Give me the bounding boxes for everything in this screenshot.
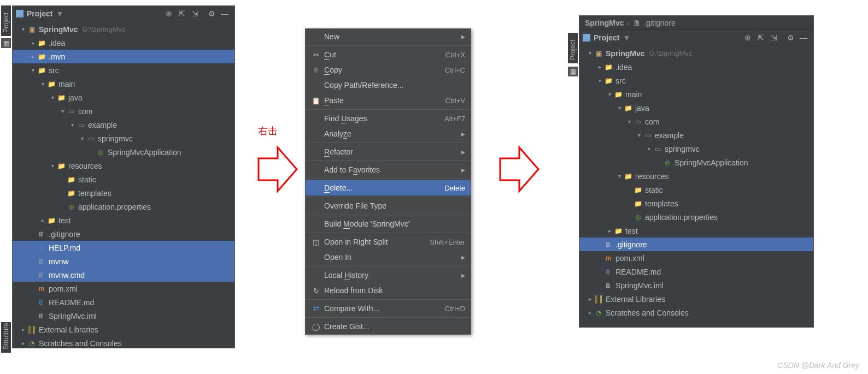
tree-pom[interactable]: mpom.xml (13, 282, 234, 295)
resources-folder-icon: 📁 (56, 162, 66, 170)
tree-com[interactable]: ▾▭com (13, 104, 234, 118)
tree-iml[interactable]: 🗎SpringMvc.iml (579, 278, 813, 292)
menu-delete[interactable]: Delete...Delete (306, 180, 471, 195)
tree-scratches[interactable]: ▸◔Scratches and Consoles (579, 306, 813, 319)
menu-compare[interactable]: ⇄Compare With...Ctrl+D (306, 301, 471, 316)
expand-all-icon[interactable]: ⇱ (755, 32, 767, 44)
gear-icon[interactable]: ⚙ (784, 32, 796, 44)
tree-static[interactable]: 📁static (579, 183, 813, 197)
tree-readme[interactable]: 🗎README.md (13, 295, 234, 309)
project-view-icon (16, 10, 24, 17)
menu-rightsplit[interactable]: ◫Open in Right SplitShift+Enter (306, 234, 471, 250)
package-icon: ▭ (66, 107, 76, 116)
locate-icon[interactable]: ⊕ (163, 8, 175, 20)
properties-icon: ◎ (66, 203, 76, 211)
sidebar-tab-structure[interactable]: Structure (1, 322, 11, 353)
menu-openin[interactable]: Open In▸ (306, 250, 471, 265)
menu-separator (306, 266, 471, 266)
sidebar-icon[interactable]: ▦ (568, 67, 578, 76)
tree-extlib[interactable]: ▸║║External Libraries (579, 292, 813, 306)
breadcrumb-root[interactable]: SpringMvc (585, 19, 624, 27)
panel-title: Project (27, 9, 52, 18)
collapse-all-icon[interactable]: ⇲ (189, 8, 201, 20)
tree-app-class[interactable]: ◎SpringMvcApplication (579, 156, 813, 169)
breadcrumb-file[interactable]: .gitignore (644, 19, 676, 27)
tree-src[interactable]: ▾📁src (13, 63, 234, 77)
tree-gitignore[interactable]: 🗎.gitignore (13, 227, 234, 241)
tree-springmvc[interactable]: ▾▭springmvc (13, 132, 234, 145)
tree-resources[interactable]: ▾📁resources (13, 159, 234, 173)
tree-gitignore[interactable]: 🗎.gitignore (579, 238, 813, 251)
tree-java[interactable]: ▾📁java (13, 91, 234, 104)
tree-mvnwcmd[interactable]: 🗎mvnw.cmd (13, 268, 234, 282)
resources-folder-icon: 📁 (623, 172, 633, 181)
tree-static[interactable]: 📁static (13, 173, 234, 186)
dropdown-icon[interactable]: ▼ (623, 33, 630, 42)
dropdown-icon[interactable]: ▼ (56, 9, 63, 18)
tree-root[interactable]: ▾▣SpringMvcG:\SpringMvc (579, 46, 813, 60)
tree-appprops[interactable]: ◎application.properties (579, 210, 813, 224)
folder-icon: 📁 (603, 76, 613, 85)
menu-analyze[interactable]: Analyze▸ (306, 126, 471, 141)
menu-copy[interactable]: ⎘CopyCtrl+C (306, 62, 471, 78)
sidebar-icon[interactable]: ▦ (1, 38, 11, 48)
tree-help[interactable]: 🗎HELP.md (13, 241, 234, 254)
tree-main[interactable]: ▾📁main (579, 87, 813, 101)
tree-appprops[interactable]: ◎application.properties (13, 200, 234, 213)
tree-pom[interactable]: mpom.xml (579, 251, 813, 265)
expand-all-icon[interactable]: ⇱ (176, 8, 188, 20)
menu-favorites[interactable]: Add to Favorites▸ (306, 162, 471, 177)
folder-icon: 📁 (37, 66, 46, 75)
tree-root[interactable]: ▾▣SpringMvcG:\SpringMvc (13, 22, 234, 36)
tree-templates[interactable]: 📁templates (13, 186, 234, 200)
gitignore-icon: 🗎 (603, 240, 613, 249)
tree-iml[interactable]: 🗎SpringMvc.iml (13, 309, 234, 323)
menu-localhistory[interactable]: Local History▸ (306, 268, 471, 283)
package-icon: ▭ (653, 145, 662, 153)
hide-icon[interactable]: — (797, 32, 810, 44)
tree-example[interactable]: ▾▭example (579, 128, 813, 142)
tree-mvn[interactable]: ▸📁.mvn (13, 50, 234, 63)
tree-readme[interactable]: 🗎README.md (579, 265, 813, 278)
menu-reload[interactable]: ↻Reload from Disk (306, 283, 471, 298)
markdown-icon: 🗎 (37, 298, 46, 307)
tree-test[interactable]: ▸📁test (579, 224, 813, 238)
sidebar-tab-project-2[interactable]: Project (568, 33, 578, 63)
tree-main[interactable]: ▾📁main (13, 77, 234, 91)
menu-gist[interactable]: ◯Create Gist... (306, 319, 471, 334)
tree-src[interactable]: ▾📁src (579, 74, 813, 87)
tree-java[interactable]: ▾📁java (579, 101, 813, 115)
tree-scratches[interactable]: ▸◔Scratches and Consoles (13, 336, 234, 350)
sidebar-tab-project[interactable]: Project (1, 5, 11, 36)
submenu-icon: ▸ (461, 165, 465, 174)
menu-paste[interactable]: 📋PasteCtrl+V (306, 93, 471, 108)
tree-com[interactable]: ▾▭com (579, 115, 813, 128)
gitignore-icon: 🗎 (633, 19, 641, 27)
collapse-all-icon[interactable]: ⇲ (768, 32, 780, 44)
tree-test[interactable]: ▸📁test (13, 213, 234, 227)
tree-extlib[interactable]: ▸║║External Libraries (13, 323, 234, 336)
gear-icon[interactable]: ⚙ (206, 8, 218, 20)
folder-icon: 📁 (37, 52, 46, 61)
tree-idea[interactable]: ▸📁.idea (13, 36, 234, 50)
menu-separator (306, 109, 471, 110)
tree-resources[interactable]: ▾📁resources (579, 169, 813, 183)
menu-new[interactable]: New▸ (306, 29, 471, 44)
tree-mvnw[interactable]: 🗎mvnw (13, 254, 234, 268)
menu-findusages[interactable]: Find UsagesAlt+F7 (306, 111, 471, 126)
menu-build[interactable]: Build Module 'SpringMvc' (306, 216, 471, 231)
tree-idea[interactable]: ▸📁.idea (579, 60, 813, 74)
menu-override[interactable]: Override File Type (306, 198, 471, 213)
tree-example[interactable]: ▾▭example (13, 118, 234, 132)
tree-app-class[interactable]: ◎SpringMvcApplication (13, 145, 234, 159)
hide-icon[interactable]: — (219, 8, 231, 20)
menu-refactor[interactable]: Refactor▸ (306, 144, 471, 159)
menu-cut[interactable]: ✂CutCtrl+X (306, 47, 471, 62)
paste-icon: 📋 (311, 97, 321, 105)
arrow-right-2 (497, 142, 541, 197)
tree-templates[interactable]: 📁templates (579, 197, 813, 210)
locate-icon[interactable]: ⊕ (742, 32, 754, 44)
folder-icon: 📁 (66, 175, 76, 184)
menu-copypath[interactable]: Copy Path/Reference... (306, 78, 471, 93)
tree-springmvc[interactable]: ▾▭springmvc (579, 142, 813, 156)
